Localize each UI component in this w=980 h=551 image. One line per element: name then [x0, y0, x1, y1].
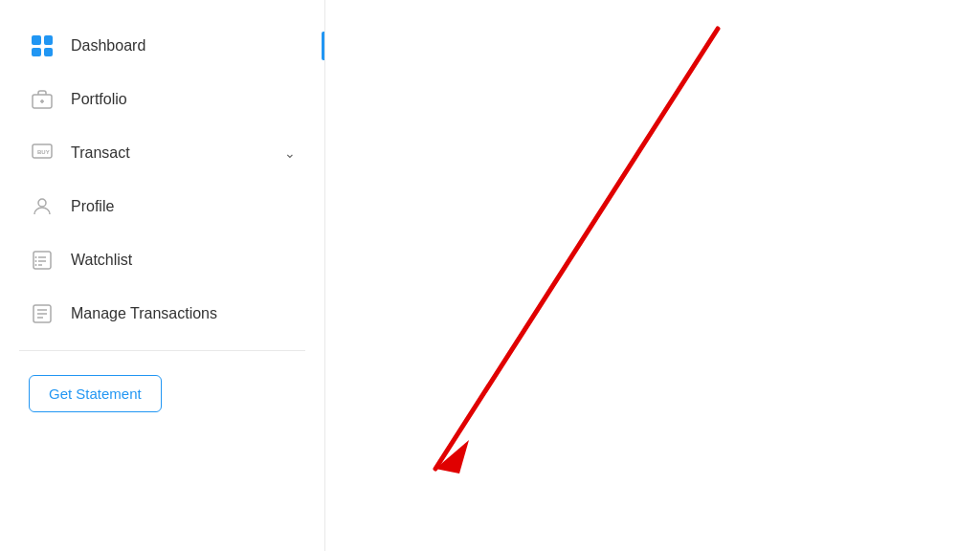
sidebar-item-watchlist[interactable]: Watchlist: [0, 233, 324, 287]
svg-point-12: [35, 264, 37, 266]
sidebar-item-label: Manage Transactions: [71, 305, 217, 322]
svg-line-17: [435, 29, 718, 469]
divider: [19, 350, 305, 351]
sidebar-item-label: Portfolio: [71, 91, 127, 108]
sidebar: Dashboard Portfolio BUY Transact ⌄: [0, 0, 325, 551]
svg-point-10: [35, 256, 37, 258]
get-statement-button[interactable]: Get Statement: [29, 375, 162, 412]
arrow-annotation: [325, 0, 980, 551]
sidebar-item-profile[interactable]: Profile: [0, 180, 324, 233]
watchlist-icon: [29, 247, 56, 274]
sidebar-item-label: Dashboard: [71, 37, 145, 55]
svg-text:BUY: BUY: [37, 149, 50, 155]
main-content: [325, 0, 980, 551]
svg-point-5: [38, 199, 46, 207]
svg-marker-18: [435, 440, 469, 474]
sidebar-item-label: Transact: [71, 144, 130, 162]
sidebar-item-transact[interactable]: BUY Transact ⌄: [0, 126, 324, 180]
portfolio-icon: [29, 86, 56, 113]
sidebar-item-manage-transactions[interactable]: Manage Transactions: [0, 287, 324, 341]
transact-icon: BUY: [29, 140, 56, 166]
sidebar-item-label: Profile: [71, 198, 114, 215]
dashboard-icon: [29, 33, 56, 59]
chevron-down-icon: ⌄: [284, 145, 296, 161]
sidebar-item-dashboard[interactable]: Dashboard: [0, 19, 324, 73]
svg-rect-6: [33, 252, 51, 269]
svg-point-11: [35, 260, 37, 262]
profile-icon: [29, 193, 56, 220]
sidebar-item-label: Watchlist: [71, 252, 132, 269]
manage-transactions-icon: [29, 300, 56, 327]
sidebar-item-portfolio[interactable]: Portfolio: [0, 73, 324, 126]
